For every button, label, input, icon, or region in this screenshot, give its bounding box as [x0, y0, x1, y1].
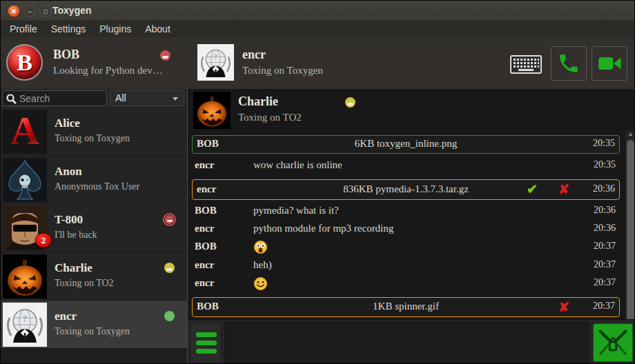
message-time: 20:37: [594, 259, 616, 270]
contact-name: Alice: [55, 117, 80, 130]
active-chat-status-message: Toxing on Toxygen: [242, 65, 323, 77]
status-online-icon: [164, 311, 175, 321]
anonymous-logo: ?: [197, 44, 234, 81]
message-row: encr wow charlie is online 20:35: [188, 157, 624, 175]
contact-name: encr: [55, 310, 77, 323]
svg-text:?: ?: [23, 314, 26, 323]
message-sender: BOB: [195, 241, 217, 252]
send-button[interactable]: [593, 323, 633, 362]
decline-file-icon[interactable]: ✘: [558, 181, 569, 197]
scrollbar-thumb[interactable]: [627, 140, 634, 340]
message-time: 20:37: [593, 301, 615, 312]
spade-skull-icon: [3, 158, 47, 202]
message-time: 20:35: [593, 138, 615, 149]
message-text: wow charlie is online: [253, 159, 342, 171]
window-maximize-icon[interactable]: ◻: [39, 5, 52, 17]
header: B BOB Looking for Python dev… ? encr Tox…: [1, 37, 635, 89]
contact-row-charlie[interactable]: Charlie Toxing on TO2: [1, 252, 187, 301]
encr-avatar: ?: [3, 303, 47, 347]
screen-keyboard-icon[interactable]: [510, 55, 542, 77]
contact-row-alice[interactable]: A Alice Toxing on Toxygen: [1, 108, 187, 156]
window-minimize-icon[interactable]: –: [23, 5, 36, 17]
contact-row-anon[interactable]: Anon Anonymous Tox User: [1, 156, 187, 204]
alice-avatar: A: [3, 110, 47, 154]
anonymous-logo: ?: [3, 303, 47, 347]
message-sender: encr: [195, 223, 214, 234]
contact-status-message: Anonymous Tox User: [55, 181, 139, 192]
charlie-avatar: [3, 254, 47, 299]
menu-about[interactable]: About: [138, 21, 177, 37]
message-time: 20:35: [594, 159, 616, 170]
active-chat-avatar: ?: [197, 44, 234, 81]
contact-filter-dropdown[interactable]: All: [110, 90, 184, 106]
message-row: encr python module for mp3 recording 20:…: [188, 221, 624, 239]
contact-row-encr[interactable]: ? encr Toxing on Toxygen: [1, 301, 187, 349]
scroll-up-icon[interactable]: ▲: [625, 130, 635, 139]
message-row: BOB pymedia? what is it? 20:36: [188, 203, 624, 221]
message-time: 20:37: [594, 241, 616, 252]
self-name: BOB: [53, 48, 79, 62]
contact-status-message: Toxing on Toxygen: [55, 133, 130, 144]
window-close-icon[interactable]: ✕: [8, 5, 20, 17]
message-sender: encr: [195, 159, 214, 171]
search-row: All: [1, 89, 187, 108]
file-transfer-cancellable: BOB 1KB spinner.gif ✘ 20:37: [192, 297, 620, 317]
self-status-message: Looking for Python dev…: [53, 65, 163, 77]
search-input[interactable]: [19, 92, 104, 105]
friend-name: Charlie: [238, 94, 278, 109]
send-envelope-lock-icon: [598, 328, 628, 357]
search-icon: [6, 93, 17, 105]
message-text: pymedia? what is it?: [253, 205, 339, 216]
status-busy-unread-icon: [163, 213, 176, 226]
message-sender: encr: [195, 259, 214, 271]
contact-status-message: Toxing on Toxygen: [55, 326, 130, 337]
file-name: 6KB toxygen_inline.png: [193, 138, 619, 150]
window-title: Toxygen: [52, 5, 92, 16]
search-box[interactable]: [2, 90, 107, 106]
message-row: encr 20:37: [188, 275, 624, 294]
pumpkin-icon: [3, 254, 47, 299]
menu-plugins[interactable]: Plugins: [92, 21, 138, 37]
scared-smiley-icon: [253, 240, 268, 254]
video-call-button[interactable]: [592, 46, 627, 81]
contact-status-message: Toxing on TO2: [55, 278, 114, 289]
toxygen-window: ✕ – ◻ Toxygen Profile Settings Plugins A…: [0, 0, 635, 364]
attachments-menu-button[interactable]: [191, 323, 222, 362]
message-time: 20:36: [593, 183, 615, 194]
message-row: BOB 20:37: [188, 239, 624, 257]
self-avatar[interactable]: B: [6, 44, 43, 81]
message-sender: encr: [195, 277, 214, 289]
message-input[interactable]: [224, 322, 589, 363]
contact-row-t800[interactable]: T-800 I'll be back 2: [1, 204, 187, 252]
decline-file-icon[interactable]: ✘: [558, 299, 569, 315]
alice-avatar-letter: A: [10, 110, 39, 153]
message-text: python module for mp3 recording: [253, 223, 393, 234]
contact-filter-value: All: [115, 92, 126, 103]
message-time: 20:37: [594, 277, 616, 288]
message-sender: BOB: [195, 205, 217, 216]
file-transfer-complete[interactable]: BOB 6KB toxygen_inline.png 20:35: [192, 135, 620, 154]
composer: [188, 319, 635, 364]
status-away-icon: [164, 263, 175, 273]
file-name: 836KB pymedia-1.3.7.3.tar.gz: [193, 183, 619, 195]
file-transfer-pending: encr 836KB pymedia-1.3.7.3.tar.gz ✔ ✘ 20…: [192, 179, 620, 200]
conversation-friend-header: Charlie Toxing on TO2: [188, 89, 635, 129]
chevron-down-icon: [173, 97, 178, 101]
contact-name: T-800: [55, 213, 83, 227]
message-time: 20:36: [594, 205, 616, 216]
menu-settings[interactable]: Settings: [44, 21, 93, 37]
sidebar: All A Alice Toxing on Toxygen: [1, 89, 187, 364]
audio-call-button[interactable]: [551, 46, 587, 81]
anon-avatar: [3, 158, 47, 202]
accept-file-icon[interactable]: ✔: [527, 181, 538, 197]
svg-text:?: ?: [214, 53, 217, 61]
smile-smiley-icon: [253, 276, 268, 291]
contact-name: Anon: [55, 165, 82, 179]
message-time: 20:36: [594, 223, 616, 234]
camera-icon: [597, 53, 622, 74]
menu-profile[interactable]: Profile: [3, 21, 44, 37]
status-away-icon: [345, 97, 355, 108]
contact-name: Charlie: [55, 261, 92, 275]
message-row: encr heh) 20:37: [188, 257, 624, 275]
active-chat-name: encr: [242, 48, 266, 62]
